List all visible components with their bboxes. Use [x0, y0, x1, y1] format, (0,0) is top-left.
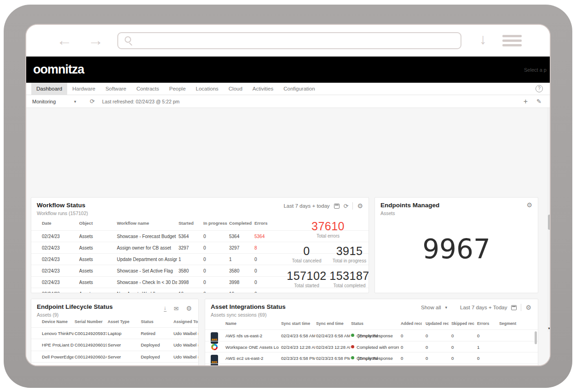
stat-total-started: 157102 Total started — [285, 269, 328, 288]
col-errors: Errors — [254, 221, 276, 226]
browser-window: ← → ↓ oomnitza Select a p Dashboard Hard… — [25, 24, 551, 366]
stat-total-errors: 37610 Total errors — [285, 220, 369, 239]
oomnitza-logo: oomnitza — [33, 62, 84, 77]
edit-pencil-icon[interactable]: ✎ — [536, 95, 541, 108]
status-dot — [351, 356, 354, 359]
endpoints-count: 9967 — [375, 233, 538, 265]
tab-contracts[interactable]: Contracts — [132, 83, 164, 95]
date-range-label[interactable]: Last 7 days + Today — [460, 305, 507, 310]
email-icon[interactable]: ✉ — [174, 305, 179, 312]
col-sync-start: Sync start time — [281, 321, 315, 326]
tab-activities[interactable]: Activities — [248, 83, 278, 95]
download-icon[interactable]: ↓ — [164, 305, 167, 312]
col-asset-type: Asset Type — [108, 319, 140, 324]
integration-row[interactable]: AWS ec2 us-east-2 02/23/23 6:58 PM 02/23… — [205, 352, 538, 364]
back-arrow-icon[interactable]: ← — [57, 31, 72, 49]
col-assigned-to: Assigned To — [173, 319, 199, 324]
table-row[interactable]: Lenovo ThinkPad... C001249205937 Laptop … — [31, 327, 198, 339]
stat-total-canceled: 0 Total canceled — [285, 244, 328, 263]
add-widget-button[interactable]: + — [524, 95, 528, 108]
status-cell: Completed[Empty Response — [351, 330, 399, 341]
col-started: Started — [179, 221, 202, 226]
col-completed: Completed — [229, 221, 252, 226]
stat-total-in-progress: 3915 Total in progress — [328, 244, 369, 263]
tab-locations[interactable]: Locations — [191, 83, 224, 95]
status-cell: Completed with errors — [351, 341, 399, 353]
col-errors: Errors — [477, 321, 495, 326]
menu-icon[interactable] — [502, 35, 522, 47]
divider — [521, 304, 521, 311]
col-status: Status — [141, 319, 173, 324]
col-in-progress: In progress — [203, 221, 227, 226]
card-title: Endpoint Lifecycle Status — [37, 303, 113, 310]
gear-icon[interactable]: ⚙ — [526, 201, 532, 209]
dashboard-view-select[interactable]: Monitoring — [32, 95, 56, 108]
page-scrollbar[interactable]: ▼ — [547, 108, 551, 332]
calendar-icon[interactable] — [511, 305, 517, 310]
refresh-icon[interactable]: ⟳ — [344, 203, 349, 210]
date-range-label[interactable]: Last 7 days + today — [283, 203, 329, 209]
scrollbar-thumb[interactable] — [548, 215, 551, 230]
card-title: Workflow Status — [37, 202, 86, 209]
show-filter-select[interactable]: Show all — [421, 305, 441, 310]
main-nav: Dashboard Hardware Software Contracts Pe… — [26, 83, 550, 95]
vertical-scrollbar-thumb[interactable] — [535, 331, 537, 344]
chevron-down-icon[interactable]: ▾ — [445, 305, 448, 310]
integration-row[interactable]: AWS rds us-east-2 02/24/23 6:58 AM 02/24… — [205, 330, 538, 341]
col-updated: Updated records — [426, 321, 449, 326]
address-bar[interactable] — [117, 32, 461, 49]
download-icon[interactable]: ↓ — [479, 31, 487, 48]
divider — [352, 202, 353, 210]
last-refreshed-text: Last refreshed: 02/24/23 @ 5:22 pm — [102, 95, 179, 108]
status-dot — [351, 334, 354, 337]
col-sync-end: Sync end time — [316, 321, 350, 326]
forward-arrow-icon[interactable]: → — [88, 31, 104, 49]
workflow-stats: 37610 Total errors 0 Total canceled 3915… — [285, 220, 369, 288]
table-row[interactable]: Apple iPhone 8 C001249210439 Mobile Devi… — [31, 362, 198, 366]
col-name: Name — [225, 321, 279, 326]
gear-icon[interactable]: ⚙ — [186, 305, 192, 312]
refresh-icon[interactable]: ⟳ — [90, 95, 95, 108]
col-added: Added records — [401, 321, 422, 326]
tab-cloud[interactable]: Cloud — [224, 83, 248, 95]
endpoints-managed-card: Endpoints Managed Assets ⚙ 9967 — [374, 197, 538, 293]
tab-dashboard[interactable]: Dashboard — [31, 83, 67, 95]
endpoint-lifecycle-card: Endpoint Lifecycle Status Assets (9) ↓ ✉… — [31, 299, 199, 366]
status-cell: Completed[Empty Response — [351, 352, 399, 364]
scroll-down-arrow-icon[interactable]: ▼ — [547, 327, 551, 330]
card-title: Endpoints Managed — [380, 202, 439, 209]
asset-integrations-card: Asset Integrations Status Assets sync se… — [205, 299, 538, 366]
gear-icon[interactable]: ⚙ — [357, 202, 363, 210]
card-subtitle: Assets (9) — [37, 312, 58, 318]
col-serial-number: Serial Number — [75, 319, 107, 324]
card-subtitle: Assets — [380, 210, 395, 216]
calendar-icon[interactable] — [334, 204, 340, 209]
dashboard-toolbar: Monitoring ▾ ⟳ Last refreshed: 02/24/23 … — [26, 95, 550, 108]
tab-configuration[interactable]: Configuration — [278, 83, 320, 95]
card-subtitle: Assets sync sessions (69) — [211, 312, 266, 318]
col-status: Status — [351, 321, 399, 326]
search-icon — [125, 36, 131, 43]
stat-total-completed: 153187 Total completed — [328, 269, 369, 288]
tab-people[interactable]: People — [164, 83, 191, 95]
tab-hardware[interactable]: Hardware — [67, 83, 100, 95]
integration-row[interactable]: AWS ec2 us-west-1 02/23/23 6:58 PM 02/23… — [205, 364, 538, 366]
table-row[interactable]: 02/24/23 Assets New Assets Workflow 16 0… — [31, 288, 369, 293]
gear-icon[interactable]: ⚙ — [525, 304, 531, 311]
table-row[interactable]: Dell PowerEdge ... C001249206024 Server … — [31, 351, 198, 362]
col-workflow-name: Workflow name — [117, 221, 177, 226]
workspace-one-icon — [211, 344, 218, 350]
workflow-status-card: Workflow Status Workflow runs (157102) L… — [31, 197, 369, 293]
table-row[interactable]: HPE ProLiant DL... C001249206019 Server … — [31, 339, 198, 350]
tab-software[interactable]: Software — [100, 83, 131, 95]
chevron-down-icon[interactable]: ▾ — [74, 95, 76, 108]
col-date: Date — [42, 221, 77, 226]
app-header: oomnitza Select a p — [26, 57, 550, 83]
integration-row[interactable]: Workspace ONE Assets Load 02/24/23 12:28… — [205, 341, 538, 352]
col-object: Object — [79, 221, 115, 226]
table-header: Device Name Serial Number Asset Type Sta… — [31, 319, 198, 328]
dashboard-content: Workflow Status Workflow runs (157102) L… — [26, 108, 550, 366]
header-right-text[interactable]: Select a p — [524, 67, 549, 73]
col-device-name: Device Name — [42, 319, 74, 324]
help-icon[interactable]: ? — [536, 85, 543, 92]
